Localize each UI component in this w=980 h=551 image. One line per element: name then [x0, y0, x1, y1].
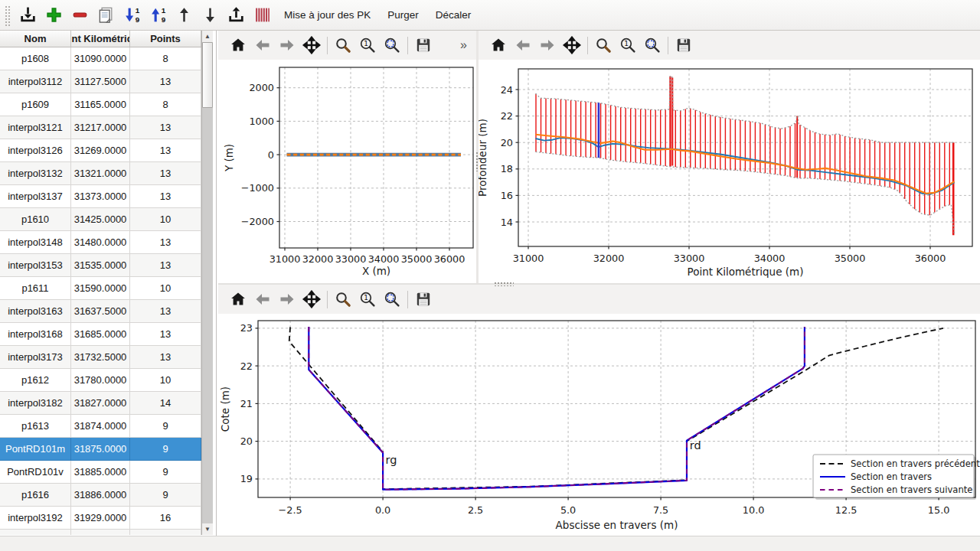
zoom-fit-button[interactable] — [381, 289, 403, 311]
remove-section-button[interactable] — [68, 3, 92, 27]
save-button[interactable] — [413, 289, 435, 311]
svg-text:22: 22 — [240, 360, 253, 372]
pan-button[interactable] — [561, 34, 583, 57]
zoom-one-button[interactable]: 1 — [617, 34, 639, 57]
svg-text:35000: 35000 — [835, 253, 866, 264]
back-button[interactable] — [252, 289, 274, 311]
cell-pk: 31535.0000 — [71, 254, 130, 277]
svg-text:1: 1 — [364, 40, 368, 47]
update-pk-button[interactable]: Mise à jour des PK — [276, 4, 378, 26]
home-button[interactable] — [227, 289, 250, 311]
horizontal-splitter[interactable] — [218, 283, 980, 285]
save-icon — [675, 36, 693, 54]
cell-pk: 31780.0000 — [71, 369, 130, 392]
cell-nom: p1609 — [0, 93, 71, 116]
cell-points: 13 — [130, 300, 201, 323]
svg-text:1: 1 — [135, 6, 139, 15]
home-button[interactable] — [227, 34, 250, 57]
table-row[interactable]: interpol312131217.000013 — [0, 116, 201, 139]
pan-button[interactable] — [301, 289, 323, 311]
plot-section-canvas[interactable]: −2.50.02.55.07.510.012.515.01920212223Ab… — [218, 314, 980, 536]
cell-points: 13 — [130, 116, 201, 139]
cell-nom: interpol3132 — [0, 162, 71, 185]
column-header-points[interactable]: Points — [130, 31, 201, 47]
table-row[interactable]: interpol311231127.500013 — [0, 70, 201, 93]
table-row[interactable]: interpol317331732.500013 — [0, 346, 201, 369]
zoom-fit-button[interactable] — [642, 34, 664, 57]
svg-text:Section en travers suivante: Section en travers suivante — [851, 484, 972, 495]
sections-button[interactable] — [250, 3, 274, 27]
pan-button[interactable] — [301, 34, 323, 57]
svg-text:X (m): X (m) — [362, 265, 390, 277]
table-row[interactable]: p161331874.00009 — [0, 415, 201, 438]
table-row[interactable]: PontRD101v31885.00009 — [0, 461, 201, 484]
table-row[interactable]: p161231780.000010 — [0, 369, 201, 392]
cell-pk: 31827.0000 — [71, 392, 130, 415]
cell-points: 14 — [130, 392, 201, 415]
shift-button[interactable]: Décaler — [428, 4, 479, 26]
table-row[interactable]: interpol313731373.000013 — [0, 185, 201, 208]
table-row[interactable]: interpol319231929.000016 — [0, 507, 201, 530]
table-row[interactable]: p160831090.00008 — [0, 47, 201, 70]
back-button[interactable] — [252, 34, 274, 57]
table-row[interactable]: interpol312631269.000013 — [0, 139, 201, 162]
home-icon — [229, 36, 247, 54]
vertical-splitter[interactable] — [476, 31, 479, 283]
svg-text:2.5: 2.5 — [468, 504, 483, 516]
svg-text:12.5: 12.5 — [835, 504, 858, 516]
table-row[interactable]: interpol318231827.000014 — [0, 392, 201, 415]
duplicate-button[interactable] — [94, 3, 118, 27]
zoom-fit-button[interactable] — [381, 34, 403, 57]
scroll-up-button[interactable]: ▲ — [202, 31, 213, 42]
import-button[interactable] — [16, 3, 40, 27]
zoom-fit-icon — [643, 36, 662, 54]
zoom-button[interactable] — [332, 34, 354, 57]
table-row[interactable]: PontRD101m31875.00009 — [0, 438, 201, 461]
table-row[interactable]: interpol316831685.000013 — [0, 323, 201, 346]
table-row[interactable]: p160931165.00008 — [0, 93, 201, 116]
plot-xy-canvas[interactable]: 310003200033000340003500036000−2000−1000… — [218, 60, 476, 283]
export-button[interactable] — [224, 3, 248, 27]
table-row[interactable]: p161131590.000010 — [0, 277, 201, 300]
table-row[interactable]: p161031425.000010 — [0, 208, 201, 231]
toolbar-grip[interactable] — [4, 5, 11, 26]
table-row[interactable]: p161631886.00009 — [0, 484, 201, 507]
forward-button[interactable] — [276, 289, 299, 311]
zoom-one-button[interactable]: 1 — [357, 289, 379, 311]
table-scrollbar[interactable]: ▲ ▼ — [201, 31, 213, 535]
move-down-button[interactable] — [198, 3, 222, 27]
plot-profile-canvas[interactable]: 3100032000330003400035000360001416182022… — [479, 60, 980, 283]
table-row[interactable] — [0, 530, 201, 535]
cell-points: 9 — [130, 484, 201, 507]
plot-xy-toolbar: 1» — [218, 31, 476, 60]
zoom-button[interactable] — [593, 34, 615, 57]
cell-nom: interpol3153 — [0, 254, 71, 277]
table-row[interactable]: interpol315331535.000013 — [0, 254, 201, 277]
table-row[interactable]: interpol313231321.000013 — [0, 162, 201, 185]
scrollbar-thumb[interactable] — [202, 42, 213, 108]
move-up-button[interactable] — [172, 3, 196, 27]
save-button[interactable] — [673, 34, 695, 57]
zoom-button[interactable] — [332, 289, 354, 311]
svg-text:Abscisse en travers (m): Abscisse en travers (m) — [556, 519, 678, 531]
sort-ascending-button[interactable]: 19 — [120, 3, 144, 27]
toolbar-overflow-button[interactable]: » — [456, 37, 472, 53]
table-row[interactable]: interpol314831480.000013 — [0, 231, 201, 254]
svg-text:20: 20 — [501, 137, 513, 148]
home-button[interactable] — [488, 34, 510, 57]
purge-button[interactable]: Purger — [380, 4, 426, 26]
table-row[interactable]: interpol316331637.500013 — [0, 300, 201, 323]
cell-nom: p1611 — [0, 277, 71, 300]
back-button[interactable] — [512, 34, 534, 57]
add-section-button[interactable] — [42, 3, 66, 27]
save-button[interactable] — [413, 34, 435, 57]
scroll-down-button[interactable]: ▼ — [202, 523, 213, 535]
zoom-one-button[interactable]: 1 — [357, 34, 379, 57]
cell-pk: 31217.0000 — [71, 116, 130, 139]
column-header-pk[interactable]: Point Kilométrique — [71, 31, 130, 47]
export-icon — [227, 5, 246, 24]
forward-button[interactable] — [276, 34, 299, 57]
column-header-nom[interactable]: Nom — [0, 31, 71, 47]
forward-button[interactable] — [537, 34, 559, 57]
sort-descending-button[interactable]: 19 — [146, 3, 170, 27]
